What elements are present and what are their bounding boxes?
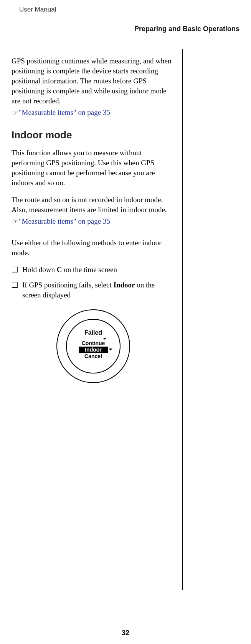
- bullet-icon: ❏: [12, 265, 22, 275]
- list-item: ❏ If GPS positioning fails, select Indoo…: [12, 280, 175, 300]
- header-section-title: Preparing and Basic Operations: [12, 25, 239, 33]
- bold-text: Indoor: [113, 281, 135, 289]
- svg-point-1: [66, 319, 120, 373]
- pointer-icon: ☞: [12, 217, 17, 225]
- watch-option-cancel: Cancel: [84, 353, 102, 359]
- cross-ref-1[interactable]: ☞ "Measurable items" on page 35: [12, 108, 175, 118]
- text: If GPS positioning fails, select: [22, 281, 113, 289]
- list-item-text: Hold down C on the time screen: [22, 265, 117, 275]
- list-item-text: If GPS positioning fails, select Indoor …: [22, 280, 175, 300]
- watch-option-continue: Continue: [81, 340, 105, 346]
- paragraph-1: This function allows you to measure with…: [12, 148, 175, 188]
- pointer-icon: ☞: [12, 109, 17, 116]
- cross-ref-2-link[interactable]: "Measurable items" on page 35: [19, 217, 110, 225]
- cross-ref-1-link[interactable]: "Measurable items" on page 35: [19, 108, 110, 116]
- bold-text: C: [57, 266, 62, 274]
- cross-ref-2[interactable]: ☞ "Measurable items" on page 35: [12, 216, 175, 226]
- page-number: 32: [0, 629, 251, 637]
- watch-option-indoor: Indoor: [85, 347, 102, 353]
- text: on the time screen: [62, 266, 117, 274]
- heading-indoor-mode: Indoor mode: [12, 129, 175, 141]
- text: Hold down: [22, 266, 57, 274]
- list-item: ❏ Hold down C on the time screen: [12, 265, 175, 275]
- header-manual: User Manual: [19, 6, 239, 13]
- watch-title: Failed: [84, 329, 102, 336]
- paragraph-2: The route and so on is not recorded in i…: [12, 195, 175, 215]
- bullet-icon: ❏: [12, 280, 22, 300]
- column-separator: [182, 49, 183, 590]
- intro-paragraph: GPS positioning continues while measurin…: [12, 56, 175, 106]
- paragraph-3: Use either of the following methods to e…: [12, 238, 175, 258]
- watch-screen-illustration: Failed Continue Indoor Cancel: [55, 308, 132, 385]
